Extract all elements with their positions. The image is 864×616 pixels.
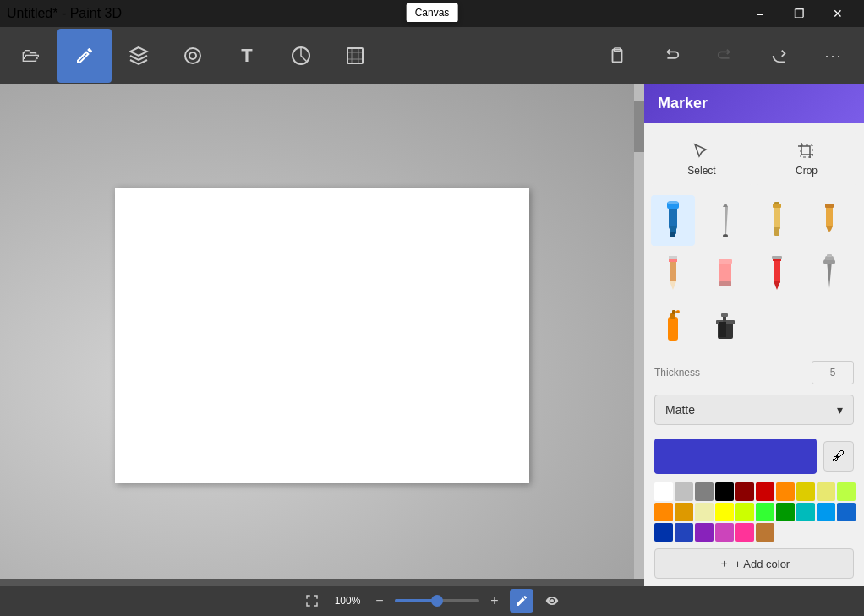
color-swatch[interactable] bbox=[837, 482, 856, 501]
color-swatch[interactable] bbox=[695, 523, 714, 542]
canvas-tooltip: Canvas bbox=[407, 3, 458, 22]
zoom-slider-thumb[interactable] bbox=[431, 595, 443, 607]
text-icon: T bbox=[241, 45, 252, 67]
redo-icon bbox=[770, 46, 789, 65]
toolbar-file-button[interactable]: 🗁 bbox=[3, 29, 57, 83]
canvas-area[interactable] bbox=[0, 84, 644, 586]
matte-dropdown[interactable]: Matte ▾ bbox=[654, 395, 854, 425]
crop-label: Crop bbox=[796, 165, 818, 177]
color-swatch[interactable] bbox=[735, 482, 754, 501]
vertical-scrollbar[interactable] bbox=[634, 84, 644, 586]
toolbar-effects-button[interactable] bbox=[166, 29, 220, 83]
toolbar-paste-button[interactable] bbox=[590, 29, 644, 83]
undo-button[interactable] bbox=[644, 29, 698, 83]
color-swatch[interactable] bbox=[715, 503, 734, 521]
vertical-scrollbar-thumb[interactable] bbox=[634, 101, 644, 152]
color-swatch[interactable] bbox=[776, 482, 795, 501]
spray-tool-icon bbox=[657, 305, 689, 346]
svg-rect-9 bbox=[670, 232, 675, 237]
color-swatch[interactable] bbox=[796, 503, 815, 521]
tool-calligraphy[interactable] bbox=[703, 195, 747, 246]
color-swatch[interactable] bbox=[817, 482, 835, 501]
svg-rect-13 bbox=[774, 205, 780, 229]
toolbar-3d-button[interactable] bbox=[112, 29, 166, 83]
svg-rect-29 bbox=[772, 256, 782, 259]
color-swatch[interactable] bbox=[695, 482, 714, 501]
marker-tool-icon bbox=[657, 200, 689, 241]
color-swatch[interactable] bbox=[715, 523, 734, 542]
color-swatch[interactable] bbox=[796, 482, 815, 501]
svg-point-1 bbox=[189, 52, 196, 59]
add-color-button[interactable]: ＋ + Add color bbox=[654, 548, 854, 579]
tool-crayon[interactable] bbox=[755, 248, 799, 298]
color-swatch[interactable] bbox=[817, 503, 835, 521]
redo-button[interactable] bbox=[752, 29, 807, 83]
color-swatch[interactable] bbox=[735, 503, 754, 521]
toolbar-canvas-button[interactable] bbox=[328, 29, 382, 83]
select-icon bbox=[692, 141, 712, 161]
svg-rect-18 bbox=[825, 204, 834, 208]
fill-tool-icon bbox=[709, 305, 741, 346]
color-swatch[interactable] bbox=[675, 523, 693, 542]
tool-watercolor[interactable] bbox=[807, 195, 851, 246]
eraser-tool-icon bbox=[709, 253, 741, 293]
close-button[interactable]: ✕ bbox=[818, 0, 857, 27]
more-button[interactable]: ··· bbox=[807, 29, 861, 83]
calligraphy-tool-icon bbox=[709, 200, 741, 241]
crop-button[interactable]: Crop bbox=[756, 133, 857, 185]
minimize-button[interactable]: – bbox=[741, 0, 779, 27]
tool-fill[interactable] bbox=[703, 300, 747, 351]
color-swatch[interactable] bbox=[654, 503, 673, 521]
tool-pencil[interactable] bbox=[651, 248, 695, 298]
toolbar-brush-button[interactable] bbox=[57, 29, 112, 83]
color-swatch[interactable] bbox=[675, 482, 693, 501]
zoom-in-button[interactable]: + bbox=[486, 593, 503, 608]
oil-tool-icon bbox=[761, 200, 793, 241]
color-swatch[interactable] bbox=[695, 503, 714, 521]
active-tool-indicator[interactable] bbox=[510, 589, 533, 613]
toolbar-sticker-button[interactable] bbox=[274, 29, 328, 83]
tool-airbrush[interactable] bbox=[807, 248, 851, 298]
color-swatch[interactable] bbox=[756, 523, 774, 542]
color-swatch[interactable] bbox=[735, 523, 754, 542]
eyedropper-button[interactable]: 🖋 bbox=[823, 441, 854, 472]
redo2-button[interactable] bbox=[698, 29, 752, 83]
color-swatch[interactable] bbox=[756, 482, 774, 501]
brush-icon bbox=[74, 46, 95, 66]
cube-icon bbox=[129, 46, 149, 66]
watercolor-tool-icon bbox=[813, 200, 845, 241]
thickness-input[interactable] bbox=[812, 361, 854, 384]
zoom-out-button[interactable]: − bbox=[371, 593, 388, 608]
tool-oil[interactable] bbox=[755, 195, 799, 246]
toolbar-text-button[interactable]: T bbox=[220, 29, 274, 83]
tool-marker[interactable] bbox=[651, 195, 695, 246]
canvas-icon bbox=[345, 46, 365, 66]
svg-rect-16 bbox=[774, 202, 779, 204]
tool-spray[interactable] bbox=[651, 300, 695, 351]
current-color-box[interactable] bbox=[654, 439, 817, 474]
maximize-button[interactable]: ❐ bbox=[779, 0, 818, 27]
color-swatch[interactable] bbox=[675, 503, 693, 521]
color-swatch[interactable] bbox=[715, 482, 734, 501]
tool-eraser[interactable] bbox=[703, 248, 747, 298]
matte-label: Matte bbox=[665, 403, 695, 417]
color-swatch[interactable] bbox=[654, 482, 673, 501]
horizontal-scrollbar[interactable] bbox=[0, 579, 644, 586]
color-swatch-row: 🖋 ＋ + Add color bbox=[644, 432, 864, 586]
pencil-tool-icon bbox=[657, 253, 689, 293]
color-swatch[interactable] bbox=[837, 503, 856, 521]
svg-point-0 bbox=[185, 48, 200, 63]
svg-rect-17 bbox=[826, 205, 833, 227]
select-button[interactable]: Select bbox=[651, 133, 752, 185]
color-swatch[interactable] bbox=[776, 503, 795, 521]
more-icon: ··· bbox=[824, 47, 842, 65]
color-swatch[interactable] bbox=[654, 523, 673, 542]
svg-rect-23 bbox=[719, 261, 731, 285]
view-toggle-button[interactable] bbox=[540, 589, 564, 613]
color-swatch[interactable] bbox=[756, 503, 774, 521]
zoom-slider-track[interactable] bbox=[395, 599, 479, 602]
svg-rect-24 bbox=[719, 281, 731, 286]
fit-to-screen-button[interactable] bbox=[300, 589, 324, 613]
drawing-canvas[interactable] bbox=[115, 188, 529, 483]
redo2-icon bbox=[716, 46, 735, 65]
